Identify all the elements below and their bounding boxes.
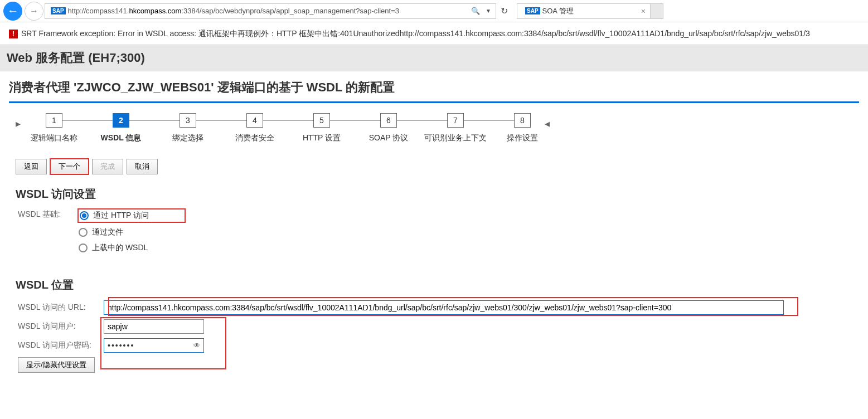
next-button[interactable]: 下一个 [50,159,89,174]
radio-upload-wsdl[interactable]: 上载中的 WSDL [79,243,185,253]
wizard-start-cap: ▸ [16,118,21,130]
new-tab-button[interactable] [650,3,663,19]
tab-title: SOA 管理 [542,6,574,16]
error-message: ! SRT Framework exception: Error in WSDL… [9,29,859,39]
wsdl-access-title: WSDL 访问设置 [16,187,859,202]
wizard-step-6[interactable]: 6 SOAP 协议 [355,113,422,143]
wsdl-location-title: WSDL 位置 [16,277,859,293]
forward-button: → [25,2,43,21]
page-title: Web 服务配置 (EH7;300) [0,45,868,71]
radio-icon [79,228,88,237]
error-icon: ! [9,30,18,38]
search-icon[interactable]: 🔍 [471,7,480,15]
wizard-step-8[interactable]: 8 操作设置 [489,113,556,143]
wsdl-basis-row: WSDL 基础: 通过 HTTP 访问 通过文件 上载中的 WSDL [9,210,859,259]
wsdl-pwd-label: WSDL 访问用户密码: [9,340,104,350]
wsdl-url-label: WSDL 访问的 URL: [9,303,104,313]
wizard-step-2[interactable]: 2 WSDL 信息 [88,113,154,143]
wizard-step-3[interactable]: 3 绑定选择 [154,113,221,143]
browser-tab[interactable]: SAP SOA 管理 × [517,3,651,19]
sub-title: 消费者代理 'ZJWCO_ZJW_WEBS01' 逻辑端口的基于 WSDL 的新… [9,71,859,103]
radio-http-access[interactable]: 通过 HTTP 访问 [80,211,149,221]
radio-icon [79,243,88,252]
toggle-proxy-button[interactable]: 显示/隐藏代理设置 [18,357,95,373]
wizard-step-7[interactable]: 7 可识别业务上下文 [422,113,489,143]
sap-logo-icon: SAP [525,7,540,14]
wsdl-user-label: WSDL 访问用户: [9,321,104,332]
finish-button: 完成 [92,159,123,174]
wizard-step-4[interactable]: 4 消费者安全 [221,113,288,143]
close-icon[interactable]: × [641,7,646,16]
wsdl-basis-label: WSDL 基础: [9,210,73,220]
back-button[interactable]: ← [3,2,22,21]
address-bar[interactable]: SAP http://compass141.hkcompass.com:3384… [45,3,496,19]
action-buttons: 返回 下一个 完成 取消 [16,159,859,174]
wizard-step-1[interactable]: 1 逻辑端口名称 [21,113,88,143]
wizard-steps: ▸ 1 逻辑端口名称 2 WSDL 信息 3 绑定选择 4 消费者安全 5 HT… [16,113,859,143]
url-text: http://compass141.hkcompass.com:3384/sap… [68,7,468,15]
wizard-step-5[interactable]: 5 HTTP 设置 [288,113,355,143]
sap-logo-icon: SAP [51,7,66,14]
browser-toolbar: ← → SAP http://compass141.hkcompass.com:… [0,0,868,22]
radio-icon [80,211,89,220]
error-text: SRT Framework exception: Error in WSDL a… [21,29,810,39]
radio-file-access[interactable]: 通过文件 [79,227,185,237]
url-dropdown-icon[interactable]: ▼ [486,8,491,14]
cancel-button[interactable]: 取消 [127,159,158,174]
refresh-icon[interactable]: ↻ [501,6,508,16]
back-button[interactable]: 返回 [16,159,47,174]
